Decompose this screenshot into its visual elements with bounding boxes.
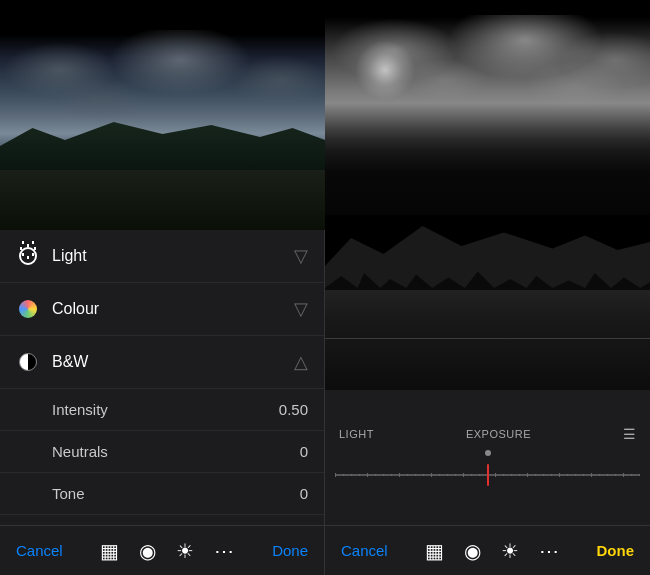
bw-icon <box>16 350 40 374</box>
svg-rect-13 <box>439 474 440 476</box>
light-icon <box>16 244 40 268</box>
field-layer <box>0 170 325 230</box>
left-done-button[interactable]: Done <box>272 542 308 559</box>
svg-rect-24 <box>527 473 528 477</box>
svg-rect-8 <box>399 473 400 477</box>
right-done-button[interactable]: Done <box>596 542 634 559</box>
bw-fence <box>325 330 650 350</box>
svg-rect-25 <box>535 474 536 476</box>
neutrals-label: Neutrals <box>52 443 300 460</box>
svg-rect-4 <box>367 473 368 477</box>
svg-rect-33 <box>599 474 600 476</box>
bw-label: B&W <box>52 353 294 371</box>
svg-rect-18 <box>479 474 480 476</box>
colour-chevron: ▽ <box>294 298 308 320</box>
intensity-label: Intensity <box>52 401 279 418</box>
filters-icon[interactable]: ◉ <box>139 539 156 563</box>
colour-icon <box>16 297 40 321</box>
left-toolbar: Cancel ▦ ◉ ☀ ⋯ Done <box>0 525 324 575</box>
svg-rect-12 <box>431 473 432 477</box>
svg-rect-11 <box>423 474 424 476</box>
color-wheel-icon <box>19 300 37 318</box>
slider-menu-icon[interactable]: ☰ <box>623 426 636 442</box>
svg-rect-36 <box>623 473 624 477</box>
colour-label: Colour <box>52 300 294 318</box>
svg-rect-2 <box>351 474 352 476</box>
intensity-value: 0.50 <box>279 401 308 418</box>
left-cancel-button[interactable]: Cancel <box>16 542 63 559</box>
sun-icon <box>19 247 37 265</box>
svg-rect-23 <box>519 474 520 476</box>
svg-rect-5 <box>375 474 376 476</box>
more-icon[interactable]: ⋯ <box>214 539 234 563</box>
right-filters-icon[interactable]: ◉ <box>464 539 481 563</box>
slider-center-label: EXPOSURE <box>466 428 531 440</box>
svg-rect-38 <box>639 474 640 476</box>
right-toolbar: Cancel ▦ ◉ ☀ ⋯ Done <box>325 525 650 575</box>
svg-rect-27 <box>551 474 552 476</box>
svg-rect-10 <box>415 474 416 476</box>
right-toolbar-icons: ▦ ◉ ☀ ⋯ <box>425 539 559 563</box>
bw-chevron: △ <box>294 351 308 373</box>
slider-needle <box>487 464 489 486</box>
svg-rect-35 <box>615 474 616 476</box>
svg-rect-3 <box>359 474 360 476</box>
right-more-icon[interactable]: ⋯ <box>539 539 559 563</box>
tone-row: Tone 0 <box>0 473 324 515</box>
svg-rect-29 <box>567 474 568 476</box>
right-crop-icon[interactable]: ▦ <box>425 539 444 563</box>
svg-rect-30 <box>575 474 576 476</box>
slider-track-container[interactable] <box>335 460 640 490</box>
light-label: Light <box>52 247 294 265</box>
svg-rect-31 <box>583 474 584 476</box>
svg-rect-28 <box>559 473 560 477</box>
right-panel: LIGHT EXPOSURE ☰ <box>325 0 650 575</box>
slider-track[interactable] <box>335 474 640 476</box>
neutrals-row: Neutrals 0 <box>0 431 324 473</box>
colour-row[interactable]: Colour ▽ <box>0 283 324 336</box>
slider-labels: LIGHT EXPOSURE ☰ <box>335 426 640 442</box>
svg-rect-7 <box>391 474 392 476</box>
bw-row[interactable]: B&W △ <box>0 336 324 389</box>
tone-value: 0 <box>300 485 308 502</box>
svg-rect-6 <box>383 474 384 476</box>
svg-rect-34 <box>607 474 608 476</box>
adjustments-icon[interactable]: ☀ <box>176 539 194 563</box>
svg-rect-1 <box>343 474 344 476</box>
svg-rect-9 <box>407 474 408 476</box>
slider-left-label: LIGHT <box>339 428 374 440</box>
left-photo <box>0 0 325 230</box>
svg-rect-22 <box>511 474 512 476</box>
crop-icon[interactable]: ▦ <box>100 539 119 563</box>
grain-row: Grain 0 <box>0 515 324 525</box>
svg-rect-37 <box>631 474 632 476</box>
svg-rect-14 <box>447 474 448 476</box>
right-photo <box>325 0 650 390</box>
dot <box>485 450 491 456</box>
slider-area: LIGHT EXPOSURE ☰ <box>325 390 650 525</box>
right-cancel-button[interactable]: Cancel <box>341 542 388 559</box>
svg-rect-16 <box>463 473 464 477</box>
tone-label: Tone <box>52 485 300 502</box>
slider-dot-indicator <box>335 450 640 456</box>
svg-rect-20 <box>495 473 496 477</box>
svg-rect-17 <box>471 474 472 476</box>
light-chevron: ▽ <box>294 245 308 267</box>
svg-rect-26 <box>543 474 544 476</box>
left-panel: Light ▽ Colour ▽ B&W △ Intensity 0.50 Ne… <box>0 0 325 575</box>
neutrals-value: 0 <box>300 443 308 460</box>
adjustments-panel: Light ▽ Colour ▽ B&W △ Intensity 0.50 Ne… <box>0 230 324 525</box>
svg-rect-32 <box>591 473 592 477</box>
svg-rect-15 <box>455 474 456 476</box>
half-circle-icon <box>19 353 37 371</box>
right-adjustments-icon[interactable]: ☀ <box>501 539 519 563</box>
svg-rect-0 <box>335 473 336 477</box>
left-toolbar-icons: ▦ ◉ ☀ ⋯ <box>100 539 234 563</box>
light-row[interactable]: Light ▽ <box>0 230 324 283</box>
bw-sun-glow <box>355 40 415 100</box>
intensity-row: Intensity 0.50 <box>0 389 324 431</box>
svg-rect-21 <box>503 474 504 476</box>
